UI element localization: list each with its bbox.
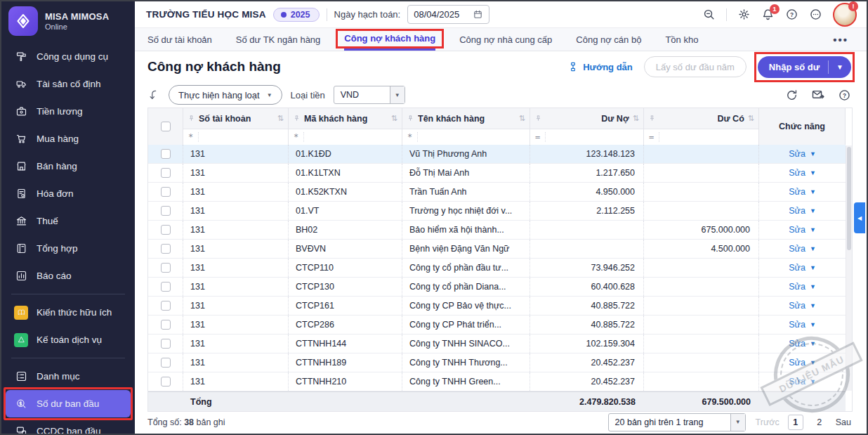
tab-item[interactable]: Công nợ cán bộ [576,28,641,51]
pin-icon[interactable] [293,115,301,122]
page-size-select[interactable]: 20 bản ghi trên 1 trang ▼ [608,413,746,431]
row-checkbox[interactable] [161,301,171,311]
sort-arrow-icon[interactable] [147,89,160,101]
edit-action-link[interactable]: Sửa ▼ [789,320,816,330]
sidebar-item[interactable]: Mua hàng [6,125,131,152]
row-checkbox[interactable] [161,263,171,273]
posting-date-field[interactable] [407,5,489,24]
filter-input[interactable] [417,132,525,142]
edit-action-link[interactable]: Sửa ▼ [789,377,816,387]
page-number[interactable]: 1 [788,415,803,430]
caret-down-icon[interactable]: ▼ [810,207,816,214]
sort-icon[interactable]: ⇅ [519,114,525,123]
row-checkbox[interactable] [161,244,171,254]
row-checkbox[interactable] [161,225,171,235]
row-checkbox[interactable] [161,206,171,216]
sort-icon[interactable]: ⇅ [748,114,754,123]
sidebar-item[interactable]: CCDC ban đầu [6,417,131,435]
caret-down-icon[interactable]: ▼ [810,188,816,195]
edit-action-link[interactable]: Sửa ▼ [789,149,816,159]
caret-down-icon[interactable]: ▼ [810,150,816,157]
edit-action-link[interactable]: Sửa ▼ [789,168,816,178]
pin-icon[interactable] [648,115,656,122]
column-header-code[interactable]: Mã khách hàng ⇅ [289,108,402,129]
filter-code[interactable]: * [289,129,402,145]
column-header-name[interactable]: Tên khách hàng ⇅ [402,108,530,129]
column-header-credit[interactable]: Dư Có ⇅ [644,108,759,129]
sidebar-item[interactable]: Bán hàng [6,152,131,180]
search-icon[interactable] [702,8,716,21]
caret-down-icon[interactable]: ▼ [810,169,816,176]
row-checkbox[interactable] [161,282,171,292]
edit-action-link[interactable]: Sửa ▼ [789,301,816,311]
sort-icon[interactable]: ⇅ [391,114,397,123]
caret-down-icon[interactable]: ▼ [810,302,816,309]
edit-action-link[interactable]: Sửa ▼ [789,358,816,368]
help-icon[interactable]: ? [785,8,798,21]
caret-down-icon[interactable]: ▼ [810,283,816,290]
sidebar-item[interactable]: Báo cáo [6,262,131,290]
column-header-debit[interactable]: Dư Nợ ⇅ [530,108,644,129]
edit-action-link[interactable]: Sửa ▼ [789,263,816,273]
pin-icon[interactable] [188,115,195,122]
table-scrollbar[interactable] [846,145,852,391]
sort-icon[interactable]: ⇅ [633,114,639,123]
help-circle-icon[interactable]: ? [838,89,851,102]
caret-down-icon[interactable]: ▼ [829,56,851,78]
column-header-account[interactable]: Số tài khoản ⇅ [183,108,289,129]
more-options-icon[interactable] [809,8,822,21]
row-checkbox[interactable] [161,168,171,178]
batch-action-dropdown[interactable]: Thực hiện hàng loạt ▼ [169,85,282,105]
prev-page-button[interactable]: Trước [756,417,780,427]
filter-input[interactable] [545,132,638,142]
sidebar-item[interactable]: Tài sản cố định [6,70,131,98]
sidebar-item[interactable]: Tổng hợp [6,235,131,262]
edit-action-link[interactable]: Sửa ▼ [789,339,816,349]
row-checkbox[interactable] [161,320,171,330]
caret-down-icon[interactable]: ▼ [810,321,816,328]
caret-down-icon[interactable]: ▼ [810,264,816,271]
collapse-handle-icon[interactable]: ◀ [854,202,865,233]
select-all-checkbox[interactable] [161,122,171,131]
next-page-button[interactable]: Sau [836,417,851,427]
page-number[interactable]: 2 [812,415,827,430]
filter-account[interactable]: * [183,129,289,145]
caret-down-icon[interactable]: ▼ [810,340,816,347]
row-checkbox[interactable] [161,149,171,159]
tab-item[interactable]: Số dư TK ngân hàng [236,28,321,51]
filter-input[interactable] [198,132,283,142]
sidebar-item[interactable]: Kiến thức hữu ích [6,299,131,326]
caret-down-icon[interactable]: ▼ [810,226,816,233]
caret-down-icon[interactable]: ▼ [810,378,816,385]
row-checkbox[interactable] [161,339,171,349]
edit-action-link[interactable]: Sửa ▼ [789,206,816,216]
settings-gear-icon[interactable] [737,8,751,21]
notifications-bell-icon[interactable]: 1 [761,8,775,21]
guide-link[interactable]: Hướng dẫn [567,61,633,72]
calendar-icon[interactable] [473,9,483,20]
sidebar-item[interactable]: Danh mục [6,363,131,390]
filter-input[interactable] [303,132,397,142]
sidebar-item[interactable]: Thuế [6,207,131,235]
scrollbar-thumb[interactable] [847,147,851,250]
export-mail-icon[interactable] [811,88,825,102]
tab-item[interactable]: Tồn kho [665,28,698,51]
edit-action-link[interactable]: Sửa ▼ [789,225,816,235]
currency-select[interactable]: VND ▼ [334,86,405,104]
get-opening-balance-button[interactable]: Lấy số dư đầu năm [644,56,747,77]
sidebar-item[interactable]: Hóa đơn [6,180,131,207]
row-checkbox[interactable] [161,187,171,197]
posting-date-input[interactable] [414,9,467,20]
filter-debit[interactable]: = [530,129,644,145]
pin-icon[interactable] [534,115,542,122]
sidebar-item[interactable]: Tiền lương [6,98,131,125]
pin-icon[interactable] [407,115,414,122]
row-checkbox[interactable] [161,377,171,387]
user-avatar[interactable]: ! [833,3,857,27]
row-checkbox[interactable] [161,358,171,368]
caret-down-icon[interactable]: ▼ [810,245,816,252]
caret-down-icon[interactable]: ▼ [810,359,816,366]
sidebar-item[interactable]: Số dư ban đầu [6,390,131,417]
refresh-icon[interactable] [785,89,798,102]
fiscal-year-badge[interactable]: 2025 [273,8,320,22]
